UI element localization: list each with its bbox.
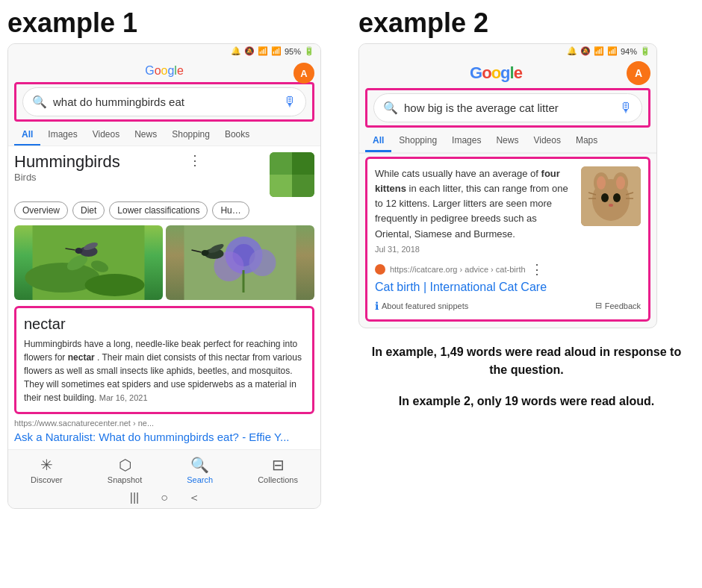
kp-title: Hummingbirds [14,152,120,172]
feedback-left: ℹ About featured snippets [375,300,468,312]
bottom-nav-1: ✳ Discover ⬡ Snapshot 🔍 Search ⊟ Collect… [8,449,320,487]
mute-icon-2: 🔕 [580,46,591,56]
search-query-2: how big is the average cat litter [404,101,613,114]
pill-diet[interactable]: Diet [72,201,105,219]
nav-discover[interactable]: ✳ Discover [31,456,63,484]
kp-image [270,152,314,197]
svg-point-27 [609,204,613,207]
search-box-2[interactable]: 🔍 how big is the average cat litter 🎙 [373,93,642,122]
cat-featured-snippet: While cats usually have an average of fo… [365,157,650,322]
user-avatar-1[interactable]: A [293,63,314,84]
snippet-title-1: nectar [24,316,305,333]
tab-all-1[interactable]: All [14,125,40,146]
pills-row: Overview Diet Lower classifications Hu… [14,201,314,219]
mute-icon: 🔕 [244,46,255,56]
tab2-shopping[interactable]: Shopping [391,131,444,152]
cat-snippet-text: While cats usually have an average of fo… [375,166,575,257]
home-btn[interactable]: ○ [157,490,172,505]
mic-icon-2[interactable]: 🎙 [619,100,633,116]
pill-overview[interactable]: Overview [14,201,68,219]
system-bar-1: ||| ○ ＜ [8,487,320,508]
discover-icon: ✳ [40,456,53,474]
svg-point-2 [85,274,145,296]
about-snippets-label[interactable]: About featured snippets [382,301,468,310]
tab-videos-1[interactable]: Videos [85,125,127,146]
snapshot-label: Snapshot [108,475,142,484]
snippet-bold: nectar [68,352,95,363]
hbird-svg-2 [166,225,314,300]
recents-btn[interactable]: ＜ [187,490,202,505]
featured-snippet-1: nectar Hummingbirds have a long, needle-… [14,306,314,414]
status-bar-1: 🔔 🔕 📶 📶 95% 🔋 [8,44,320,58]
search-box-wrapper-1: 🔍 what do hummingbirds eat 🎙 [14,82,314,122]
tab-shopping-1[interactable]: Shopping [164,125,217,146]
tab2-news[interactable]: News [488,131,526,152]
signal-icon: 📶 [271,46,282,56]
search-box-1[interactable]: 🔍 what do hummingbirds eat 🎙 [22,87,306,116]
feedback-label[interactable]: Feedback [605,301,641,310]
tab2-videos[interactable]: Videos [526,131,568,152]
tab2-images[interactable]: Images [444,131,488,152]
cat-source-menu[interactable]: ⋮ [530,261,544,278]
summary-2: In example 2, only 19 words were read al… [358,390,695,413]
svg-point-24 [616,176,625,190]
nav-collections[interactable]: ⊟ Collections [258,456,298,484]
nav-search[interactable]: 🔍 Search [187,456,213,484]
search-box-wrapper-2: 🔍 how big is the average cat litter 🎙 [365,88,650,128]
alarm-icon: 🔔 [231,46,241,56]
cat-source-favicon [375,264,385,275]
user-avatar-2[interactable]: A [627,61,650,85]
kp-img-q1 [270,152,292,175]
snippet-date-1-val: Mar 16, 2021 [99,393,148,402]
wifi-icon-2: 📶 [594,46,604,56]
battery-label: 95% [285,47,301,56]
cat-svg [581,166,641,226]
battery-icon-2: 🔋 [640,46,650,56]
cat-date-val: Jul 31, 2018 [375,245,420,254]
phone-mockup-2: 🔔 🔕 📶 📶 94% 🔋 Google A 🔍 [358,43,657,328]
kp-subtitle: Birds [14,172,120,183]
svg-point-25 [601,193,609,202]
info-icon: ℹ [375,300,379,312]
cat-feedback: ℹ About featured snippets ⊟ Feedback [375,300,641,312]
google-logo-2: Google [470,63,522,83]
svg-point-6 [75,248,83,254]
svg-rect-14 [243,270,245,293]
tab-news-1[interactable]: News [127,125,164,146]
nav-tabs-1: All Images Videos News Shopping Books [8,125,320,146]
snapshot-icon: ⬡ [119,456,131,474]
source-link-1[interactable]: https://www.sacnaturecenter.net › ne... [14,419,314,428]
feedback-flag-icon: ⊟ [595,301,602,310]
cat-result-link[interactable]: Cat birth | International Cat Care [375,281,641,294]
google-logo-1: Google [145,61,184,79]
cat-source-url[interactable]: https://icatcare.org › advice › cat-birt… [390,265,526,274]
search-query-1: what do hummingbirds eat [53,96,277,108]
feedback-right: ⊟ Feedback [595,301,641,310]
cat-text-before: While cats usually have an average of [375,168,541,179]
example2-label: example 2 [358,7,695,39]
tab-images-1[interactable]: Images [40,125,84,146]
nav-snapshot[interactable]: ⬡ Snapshot [108,456,142,484]
hbird-svg-1 [14,225,163,300]
search-icon-1: 🔍 [32,95,47,109]
pill-more[interactable]: Hu… [212,201,249,219]
svg-point-16 [202,250,209,256]
tab-books-1[interactable]: Books [217,125,257,146]
discover-label: Discover [31,475,63,484]
pill-lower-classifications[interactable]: Lower classifications [109,201,208,219]
mic-icon-1[interactable]: 🎙 [283,94,296,110]
kp-img-q2 [292,152,314,175]
back-btn[interactable]: ||| [127,490,142,505]
kp-menu-icon[interactable]: ⋮ [188,152,202,169]
tab2-all[interactable]: All [365,131,391,152]
result-title-1[interactable]: Ask a Naturalist: What do hummingbirds e… [14,431,314,443]
collections-icon: ⊟ [272,456,285,474]
search-nav-icon: 🔍 [190,456,209,474]
status-bar-2: 🔔 🔕 📶 📶 94% 🔋 [359,44,656,58]
alarm-icon-2: 🔔 [567,46,577,56]
svg-point-23 [597,176,606,190]
svg-point-26 [613,193,621,202]
phone-mockup-1: 🔔 🔕 📶 📶 95% 🔋 Google A 🔍 what do humming… [7,43,321,509]
hbird-image-1 [14,225,163,300]
tab2-maps[interactable]: Maps [568,131,605,152]
